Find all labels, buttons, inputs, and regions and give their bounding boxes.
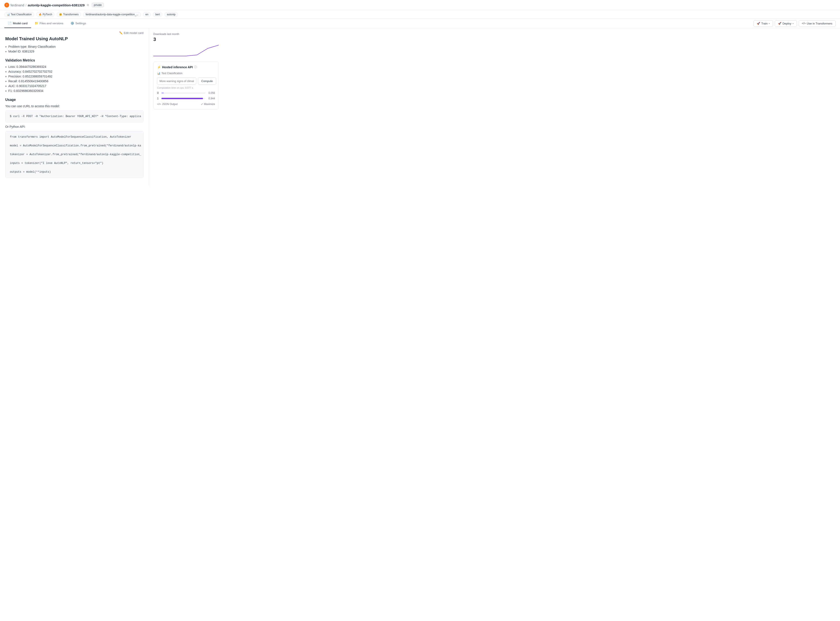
metric-f1: F1: 0.8329686360320934 bbox=[8, 89, 43, 92]
python-code-block: from transformers import AutoModelForSeq… bbox=[5, 131, 144, 178]
list-item: AUC: 0.9033171024705217 bbox=[5, 84, 144, 88]
copy-icon[interactable]: ⧉ bbox=[87, 3, 89, 7]
page-header: f ferdinand / autonlp-kaggle-competition… bbox=[0, 0, 840, 10]
tag-label: Text Classification bbox=[11, 13, 32, 16]
progress-value-1: 0.944 bbox=[207, 97, 215, 100]
train-chevron-icon: ▾ bbox=[769, 22, 770, 25]
bullet-icon bbox=[5, 76, 6, 77]
bullet-icon bbox=[5, 90, 6, 92]
list-item: Model ID: 6381329 bbox=[5, 50, 144, 53]
bullet-icon bbox=[5, 71, 6, 73]
downloads-label: Downloads last month bbox=[153, 33, 219, 36]
json-output-text: JSON Output bbox=[162, 103, 177, 106]
usage-description: You can use cURL to access this model: bbox=[5, 105, 144, 108]
progress-item-0: 0 0.056 bbox=[157, 91, 215, 94]
tab-actions: 🚀 Train ▾ 🚀 Deploy ▾ </> Use in Transfor… bbox=[754, 20, 835, 27]
tag-label: autonlp bbox=[167, 13, 176, 16]
python-code: from transformers import AutoModelForSeq… bbox=[10, 135, 141, 174]
transformers-icon: 🤗 bbox=[59, 13, 62, 16]
model-card-content: ✏️ Edit model card Model Trained Using A… bbox=[0, 28, 149, 186]
usage-title: Usage bbox=[5, 98, 144, 102]
tab-model-card-label: Model card bbox=[13, 22, 27, 25]
inference-type-label: Text Classification bbox=[162, 72, 182, 75]
tab-settings-label: Settings bbox=[76, 22, 86, 25]
inference-header: ⚡ Hosted inference API ⓘ bbox=[157, 65, 215, 69]
org-name[interactable]: ferdinand bbox=[11, 3, 24, 7]
tag-autonlp[interactable]: autonlp bbox=[165, 12, 178, 17]
maximize-link[interactable]: ⤢ Maximize bbox=[201, 103, 215, 106]
tab-model-card[interactable]: 📄 Model card bbox=[5, 19, 31, 28]
list-item: F1: 0.8329686360320934 bbox=[5, 89, 144, 92]
model-details-list: Problem type: Binary Classification Mode… bbox=[5, 45, 144, 53]
main-content: ✏️ Edit model card Model Trained Using A… bbox=[0, 28, 840, 186]
tag-label: Transformers bbox=[63, 13, 79, 16]
tag-transformers[interactable]: 🤗 Transformers bbox=[57, 12, 81, 17]
tags-row: 📊 Text Classification 🔥 PyTorch 🤗 Transf… bbox=[0, 10, 840, 19]
metric-accuracy: Accuracy: 0.8452702702702702 bbox=[8, 70, 53, 73]
model-card-icon: 📄 bbox=[8, 21, 12, 25]
progress-value-0: 0.056 bbox=[207, 91, 215, 94]
downloads-count: 3 bbox=[153, 36, 219, 42]
curl-code: $ curl -X POST -H "Authorization: Bearer… bbox=[10, 115, 141, 118]
org-avatar: f bbox=[5, 3, 9, 8]
compute-button[interactable]: Compute bbox=[198, 77, 216, 85]
tag-dataset[interactable]: ferdinand/autonlp-data-kaggle-competitio… bbox=[83, 12, 141, 17]
tag-label: PyTorch bbox=[42, 13, 52, 16]
tab-list: 📄 Model card 📁 Files and versions ⚙️ Set… bbox=[5, 19, 89, 28]
slash-separator: / bbox=[26, 3, 26, 7]
downloads-chart-svg bbox=[153, 44, 219, 57]
problem-type: Problem type: Binary Classification bbox=[8, 45, 56, 48]
downloads-section: Downloads last month 3 bbox=[153, 33, 219, 57]
maximize-label: Maximize bbox=[204, 103, 215, 106]
tab-files-versions[interactable]: 📁 Files and versions bbox=[31, 19, 67, 28]
tag-lang-en[interactable]: en bbox=[143, 12, 151, 17]
code-icon: </> bbox=[802, 22, 806, 25]
tab-settings[interactable]: ⚙️ Settings bbox=[67, 19, 90, 28]
metrics-list: Loss: 0.3944470286369324 Accuracy: 0.845… bbox=[5, 65, 144, 92]
progress-item-1: 1 0.944 bbox=[157, 97, 215, 100]
progress-bar-fill-1 bbox=[162, 98, 203, 99]
tag-bert[interactable]: bert bbox=[153, 12, 162, 17]
json-output-label: </> JSON Output bbox=[157, 103, 178, 106]
compute-label: Compute bbox=[201, 79, 213, 83]
list-item: Precision: 0.8522388059701492 bbox=[5, 74, 144, 78]
progress-label-1: 1 bbox=[157, 97, 160, 100]
list-item: Problem type: Binary Classification bbox=[5, 45, 144, 48]
sidebar: Downloads last month 3 ⚡ Hosted inferenc… bbox=[149, 28, 223, 186]
metric-recall: Recall: 0.8145506419400856 bbox=[8, 79, 48, 83]
metric-auc: AUC: 0.9033171024705217 bbox=[8, 84, 46, 88]
lightning-icon: ⚡ bbox=[157, 65, 161, 69]
code-brackets-icon: </> bbox=[157, 103, 161, 106]
edit-icon: ✏️ bbox=[119, 31, 123, 35]
inference-title: Hosted inference API bbox=[162, 65, 193, 69]
json-output-row: </> JSON Output ⤢ Maximize bbox=[157, 103, 215, 106]
inference-api-section: ⚡ Hosted inference API ⓘ 📊 Text Classifi… bbox=[153, 62, 219, 109]
tag-label: en bbox=[145, 13, 148, 16]
metric-precision: Precision: 0.8522388059701492 bbox=[8, 74, 53, 78]
use-in-transformers-label: Use in Transformers bbox=[807, 22, 832, 25]
settings-icon: ⚙️ bbox=[70, 21, 74, 25]
maximize-icon: ⤢ bbox=[201, 103, 203, 106]
progress-row-1: 1 0.944 bbox=[157, 97, 215, 100]
tag-text-classification[interactable]: 📊 Text Classification bbox=[5, 12, 34, 17]
inference-input[interactable] bbox=[157, 77, 196, 85]
bullet-icon bbox=[5, 81, 6, 82]
pytorch-icon: 🔥 bbox=[39, 13, 42, 16]
info-icon[interactable]: ⓘ bbox=[194, 65, 197, 69]
inference-type-row: 📊 Text Classification bbox=[157, 72, 215, 75]
repo-name[interactable]: autonlp-kaggle-competition-6381329 bbox=[28, 3, 85, 7]
bullet-icon bbox=[5, 51, 6, 52]
edit-model-card-link[interactable]: ✏️ Edit model card bbox=[119, 31, 144, 35]
train-button[interactable]: 🚀 Train ▾ bbox=[754, 20, 773, 27]
tag-label: ferdinand/autonlp-data-kaggle-competitio… bbox=[86, 13, 138, 16]
progress-bar-fill-0 bbox=[162, 92, 164, 94]
deploy-button[interactable]: 🚀 Deploy ▾ bbox=[775, 20, 797, 27]
train-label: Train bbox=[761, 22, 767, 25]
list-item: Loss: 0.3944470286369324 bbox=[5, 65, 144, 68]
tag-pytorch[interactable]: 🔥 PyTorch bbox=[36, 12, 54, 17]
list-item: Accuracy: 0.8452702702702702 bbox=[5, 70, 144, 73]
use-in-transformers-button[interactable]: </> Use in Transformers bbox=[799, 20, 835, 27]
tag-label: bert bbox=[155, 13, 160, 16]
deploy-chevron-icon: ▾ bbox=[793, 22, 794, 25]
classification-icon: 📊 bbox=[157, 72, 160, 75]
